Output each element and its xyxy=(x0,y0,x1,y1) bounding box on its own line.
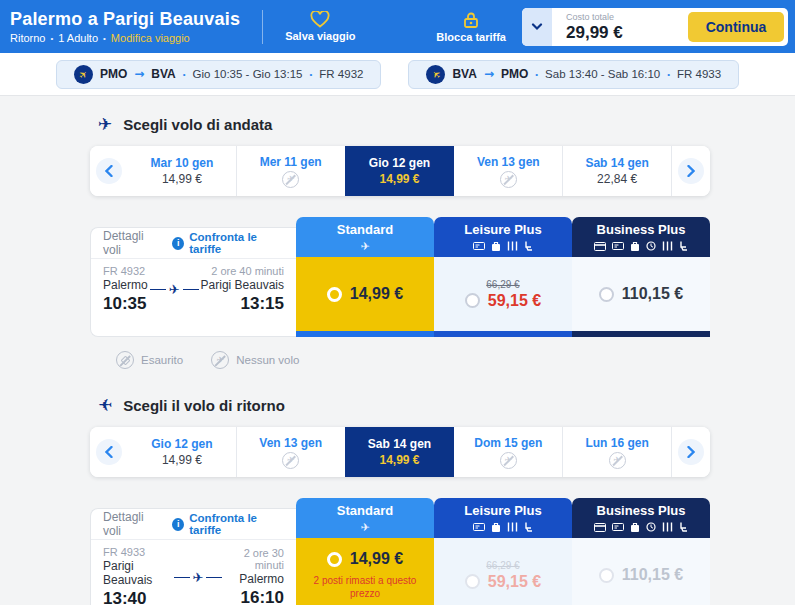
date-option-selected[interactable]: Sab 14 gen 14,99 € xyxy=(345,427,454,477)
fare-column-standard: Standard ✈ 14,99 € xyxy=(296,217,434,337)
business-column-header[interactable]: Business Plus xyxy=(572,217,710,257)
old-price: 66,29 € xyxy=(486,279,519,290)
business-fare-option[interactable]: 110,15 € xyxy=(572,257,710,331)
total-cost-value: 29,99 € xyxy=(566,23,670,43)
return-section-heading: ✈ Scegli il volo di ritorno xyxy=(98,395,710,415)
date-option[interactable]: Gio 12 gen 14,99 € xyxy=(128,427,236,477)
return-flight-number: FR 4933 xyxy=(677,68,721,80)
radio-selected-icon[interactable] xyxy=(327,287,342,302)
no-flight-icon: ✈ xyxy=(282,452,299,469)
business-column-header[interactable]: Business Plus xyxy=(572,498,710,538)
fare-lock-button[interactable]: Blocca tariffa xyxy=(436,11,506,43)
fare-column-business: Business Plus 110,15 € xyxy=(572,217,710,337)
price-breakdown-toggle[interactable] xyxy=(522,8,552,46)
departure-info: FR 4932 Palermo 10:35 xyxy=(103,265,148,314)
route-arrow-icon: → xyxy=(484,67,494,81)
modify-trip-link[interactable]: Modifica viaggio xyxy=(111,32,190,44)
carousel-prev-button[interactable] xyxy=(90,146,128,196)
carousel-prev-button[interactable] xyxy=(90,427,128,477)
date-option-no-flight[interactable]: Mer 11 gen ✈ xyxy=(236,146,345,196)
radio-selected-icon[interactable] xyxy=(327,552,342,567)
outbound-heading-text: Scegli volo di andata xyxy=(123,116,272,133)
column-accent-strip xyxy=(434,331,572,337)
flight-info-row: FR 4932 Palermo 10:35 ✈ 2 ore 40 minuti … xyxy=(91,259,296,314)
dot-separator: • xyxy=(103,34,106,43)
leisure-column-header[interactable]: Leisure Plus xyxy=(434,217,572,257)
details-label: Dettagli voli xyxy=(103,229,160,257)
flight-details-card: Dettagli voli i Confronta le tariffe FR … xyxy=(90,227,296,337)
route-arrow-icon: → xyxy=(134,67,144,81)
no-flight-icon: ✈ xyxy=(500,452,517,469)
standard-column-header[interactable]: Standard ✈ xyxy=(296,498,434,538)
flight-info-row: FR 4933 Parigi Beauvais 13:40 ✈ 2 ore 30… xyxy=(91,540,296,605)
date-option[interactable]: Sab 14 gen 22,84 € xyxy=(562,146,671,196)
continue-button[interactable]: Continua xyxy=(688,12,784,42)
passenger-count-label: 1 Adulto xyxy=(58,32,98,44)
date-option[interactable]: Mar 10 gen 14,99 € xyxy=(128,146,236,196)
seats-icon xyxy=(662,522,673,532)
origin-code: PMO xyxy=(100,67,127,81)
standard-fare-option-selected[interactable]: 14,99 € 2 posti rimasti a questo prezzo xyxy=(296,538,434,605)
compare-fares-link[interactable]: i Confronta le tariffe xyxy=(172,231,284,255)
leisure-fare-option-disabled[interactable]: 66,29 € 59,15 € xyxy=(434,538,572,605)
flight-path-icon: ✈ xyxy=(174,570,223,585)
seats-icon xyxy=(507,241,518,251)
chevron-right-icon xyxy=(687,165,695,177)
departure-info: FR 4933 Parigi Beauvais 13:40 xyxy=(103,546,174,605)
return-times: Sab 13:40 - Sab 16:10 xyxy=(545,68,660,80)
dot-separator: • xyxy=(535,70,538,79)
header-divider xyxy=(262,10,263,44)
radio-icon[interactable] xyxy=(465,293,480,308)
column-accent-strip xyxy=(296,331,434,337)
chevron-left-icon xyxy=(105,446,113,458)
trip-subtitle: Ritorno • 1 Adulto • Modifica viaggio xyxy=(10,32,240,44)
business-fare-option-disabled[interactable]: 110,15 € xyxy=(572,538,710,605)
outbound-times: Gio 10:35 - Gio 13:15 xyxy=(193,68,303,80)
sold-out-icon xyxy=(116,351,134,369)
fare-lock-label: Blocca tariffa xyxy=(436,31,506,43)
date-option-no-flight[interactable]: Ven 13 gen ✈ xyxy=(236,427,345,477)
no-flight-icon: ✈ xyxy=(282,171,299,188)
carousel-next-button[interactable] xyxy=(671,146,710,196)
carousel-next-button[interactable] xyxy=(671,427,710,477)
plane-icon: ✈ xyxy=(360,240,369,253)
boarding-pass-icon xyxy=(612,241,624,251)
boarding-pass-icon xyxy=(473,522,485,532)
legend-no-flight: ✈ Nessun volo xyxy=(211,351,299,369)
flight-selection-main: ✈ Scegli volo di andata Mar 10 gen 14,99… xyxy=(90,114,710,605)
save-trip-button[interactable]: Salva viaggio xyxy=(285,11,355,42)
dot-separator: • xyxy=(50,34,53,43)
outbound-fare-table: Dettagli voli i Confronta le tariffe FR … xyxy=(90,217,710,337)
radio-icon[interactable] xyxy=(465,574,480,589)
leisure-fare-option[interactable]: 66,29 € 59,15 € xyxy=(434,257,572,331)
date-option-no-flight[interactable]: Ven 13 gen ✈ xyxy=(453,146,562,196)
date-option-no-flight[interactable]: Lun 16 gen ✈ xyxy=(562,427,671,477)
compare-fares-link[interactable]: i Confronta le tariffe xyxy=(172,512,284,536)
info-icon: i xyxy=(172,518,184,531)
plane-badge-icon: ✈ xyxy=(426,65,445,84)
return-flight-pill: ✈ BVA → PMO • Sab 13:40 - Sab 16:10 • FR… xyxy=(408,60,739,89)
flight-details-card: Dettagli voli i Confronta le tariffe FR … xyxy=(90,508,296,605)
date-option-selected[interactable]: Gio 12 gen 14,99 € xyxy=(345,146,454,196)
radio-icon[interactable] xyxy=(599,568,614,583)
origin-code: BVA xyxy=(452,67,476,81)
leisure-column-header[interactable]: Leisure Plus xyxy=(434,498,572,538)
clock-icon xyxy=(646,522,656,532)
plane-icon: ✈ xyxy=(98,395,112,415)
seat-icon xyxy=(679,522,689,532)
return-heading-text: Scegli il volo di ritorno xyxy=(123,397,285,414)
outbound-date-carousel: Mar 10 gen 14,99 € Mer 11 gen ✈ Gio 12 g… xyxy=(90,146,710,196)
standard-fare-option-selected[interactable]: 14,99 € xyxy=(296,257,434,331)
date-option-no-flight[interactable]: Dom 15 gen ✈ xyxy=(453,427,562,477)
old-price: 66,29 € xyxy=(486,560,519,571)
seat-icon xyxy=(679,241,689,251)
plane-badge-icon: ✈ xyxy=(74,65,93,84)
fare-column-leisure: Leisure Plus 66,29 € 59,15 € xyxy=(434,217,572,337)
details-header: Dettagli voli i Confronta le tariffe xyxy=(91,509,296,540)
fare-column-standard: Standard ✈ 14,99 € 2 posti rimasti a que… xyxy=(296,498,434,605)
total-cost-panel: Costo totale 29,99 € Continua xyxy=(522,8,788,46)
selected-flights-bar: ✈ PMO → BVA • Gio 10:35 - Gio 13:15 • FR… xyxy=(0,53,795,96)
radio-icon[interactable] xyxy=(599,287,614,302)
standard-column-header[interactable]: Standard ✈ xyxy=(296,217,434,257)
no-flight-icon: ✈ xyxy=(609,452,626,469)
